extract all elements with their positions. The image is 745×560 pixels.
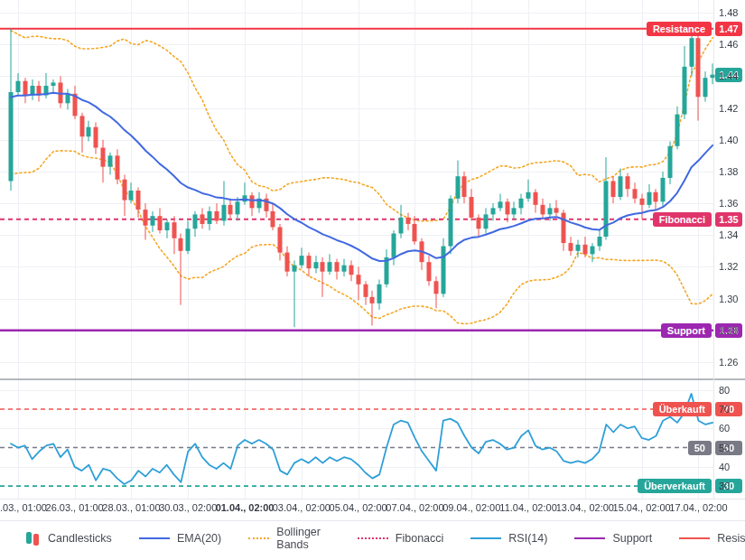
rsi-axis-label: 50: [719, 443, 730, 453]
legend-label: EMA(20): [177, 532, 221, 545]
chart-plot-canvas[interactable]: [0, 0, 745, 560]
price-axis-label: 1.42: [719, 103, 738, 114]
price-axis-label: 1.34: [719, 229, 738, 240]
legend-label: RSI(14): [508, 532, 547, 545]
resistance-price-badge: 1.47: [715, 22, 742, 36]
rsi-axis-label: 30: [719, 481, 730, 491]
legend-item-rsi[interactable]: RSI(14): [470, 532, 547, 545]
price-axis-label: 1.38: [719, 166, 738, 177]
support-line-label: Support: [661, 323, 712, 338]
price-axis-label: 1.26: [719, 357, 738, 368]
legend-item-support[interactable]: Support: [574, 532, 652, 545]
rsi-midline-label: 50: [688, 441, 712, 455]
fibonacci-line-icon: [358, 537, 388, 539]
price-axis-label: 1.32: [719, 261, 738, 272]
resistance-line-label: Resistance: [647, 22, 712, 36]
resistance-line-icon: [679, 537, 710, 539]
legend-label: Resistance: [717, 532, 745, 545]
oversold-line-label: Überverkauft: [638, 479, 712, 493]
legend-label: Fibonacci: [396, 532, 444, 545]
support-line-icon: [574, 537, 605, 539]
legend-item-ema[interactable]: EMA(20): [139, 532, 221, 545]
overbought-line-label: Überkauft: [653, 402, 712, 416]
rsi-axis-label: 70: [719, 404, 730, 415]
legend-label: Bollinger Bands: [276, 526, 331, 551]
bollinger-line-icon: [248, 537, 269, 539]
ema-line-icon: [139, 537, 170, 539]
rsi-line-icon: [470, 537, 501, 539]
price-axis-label: 1.40: [719, 135, 738, 145]
price-axis-label: 1.30: [719, 294, 738, 304]
rsi-axis-label: 80: [719, 385, 730, 396]
candlesticks-icon: [25, 531, 41, 546]
legend-item-resistance[interactable]: Resistance: [679, 532, 745, 545]
price-axis-label: 1.46: [719, 39, 738, 50]
rsi-axis-label: 40: [719, 462, 730, 472]
legend-item-fibonacci[interactable]: Fibonacci: [358, 532, 444, 545]
trading-chart: Resistance 1.47 1.44 Fibonacci 1.35 Supp…: [0, 0, 745, 560]
rsi-axis-label: 60: [719, 423, 730, 434]
legend-item-candlesticks[interactable]: Candlesticks: [25, 531, 112, 546]
legend-label: Candlesticks: [48, 532, 112, 545]
price-axis-label: 1.44: [719, 70, 738, 81]
price-axis-label: 1.36: [719, 198, 738, 209]
price-axis-label: 1.48: [719, 7, 738, 18]
legend-item-bollinger[interactable]: Bollinger Bands: [248, 526, 331, 551]
fibonacci-line-label: Fibonacci: [653, 212, 712, 227]
chart-legend: Candlesticks EMA(20) Bollinger Bands Fib…: [25, 524, 745, 553]
price-axis-label: 1.28: [719, 325, 738, 336]
x-axis-label: 17.04., 02:00: [655, 502, 741, 513]
legend-label: Support: [612, 532, 652, 545]
fibonacci-price-badge: 1.35: [715, 212, 742, 227]
